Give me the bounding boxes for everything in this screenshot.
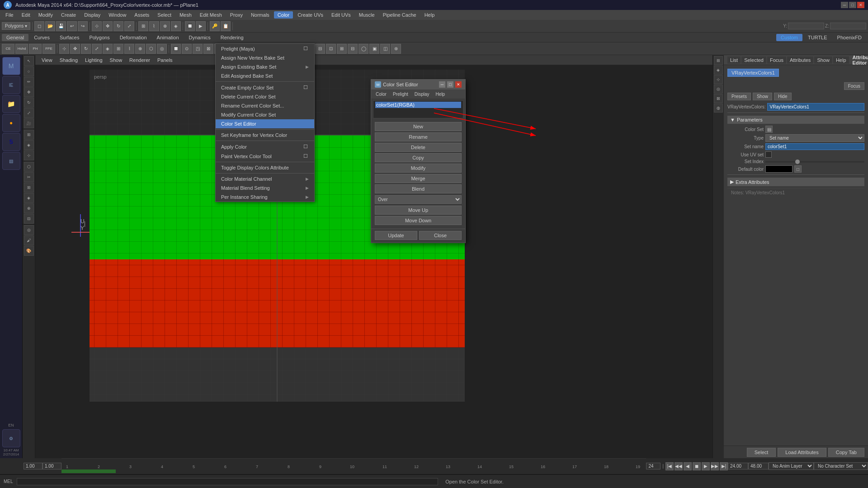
- cse-menu-prelight[interactable]: Prelight: [390, 91, 411, 97]
- vp-menu-view[interactable]: View: [39, 56, 55, 64]
- toolbar-btn-scale[interactable]: ⤢: [124, 21, 134, 31]
- toolbar-btn-rotate[interactable]: ↻: [113, 21, 123, 31]
- cm-color-set-editor[interactable]: Color Set Editor: [216, 119, 314, 128]
- timeline-end-field[interactable]: [646, 463, 660, 469]
- ae-presets-button[interactable]: Presets: [727, 93, 751, 100]
- toolbar2-btn-6[interactable]: ⊞: [113, 44, 123, 54]
- toolbar-btn-snap-grid[interactable]: ⊞: [138, 21, 148, 31]
- ae-defaultcolor-picker-btn[interactable]: □: [794, 165, 802, 173]
- tool-poly-extrude[interactable]: ⬡: [24, 162, 34, 172]
- play-next-frame-btn[interactable]: ▶▶: [711, 462, 719, 470]
- toolbar2-fpe[interactable]: FPE: [42, 44, 55, 54]
- ae-defaultcolor-swatch[interactable]: [765, 165, 793, 173]
- cm-material-blend[interactable]: Material Blend Setting ▶: [216, 183, 314, 192]
- tool-grid[interactable]: ⊞: [24, 130, 34, 140]
- ae-tab-focus[interactable]: Focus: [767, 56, 786, 64]
- cse-maximize-btn[interactable]: □: [447, 81, 453, 88]
- ae-focus-button[interactable]: Focus: [844, 82, 864, 90]
- cm-edit-assigned-bake[interactable]: Edit Assigned Bake Set: [216, 71, 314, 80]
- toolbar2-btn-7[interactable]: ⌇: [124, 44, 134, 54]
- toolbar2-btn-5[interactable]: ◈: [103, 44, 113, 54]
- ae-show-button[interactable]: Show: [753, 93, 772, 100]
- toolbar2-btn-26[interactable]: ⊞: [337, 44, 347, 54]
- copy-tab-button[interactable]: Copy Tab: [828, 448, 864, 457]
- cse-close-bottom-btn[interactable]: Close: [419, 231, 462, 240]
- stop-btn[interactable]: ◼: [693, 462, 701, 470]
- toolbar-btn-5[interactable]: ↪: [78, 21, 88, 31]
- cm-set-keyframe[interactable]: Set Keyframe for Vertex Color: [216, 131, 314, 140]
- toolbar-btn-transform[interactable]: ⊹: [92, 21, 102, 31]
- menu-assets[interactable]: Assets: [131, 11, 153, 19]
- toolbar2-btn-13[interactable]: ◳: [193, 44, 203, 54]
- ae-setname-input[interactable]: [765, 143, 864, 150]
- tool-bridge[interactable]: ⊟: [24, 214, 34, 224]
- maximize-button[interactable]: □: [849, 2, 856, 8]
- toolbar2-btn-30[interactable]: ◫: [380, 44, 390, 54]
- cse-merge-btn[interactable]: Merge: [375, 174, 462, 183]
- tool-snap[interactable]: ◈: [24, 140, 34, 150]
- cse-blend-btn[interactable]: Blend: [375, 184, 462, 193]
- cm-prelight[interactable]: Prelight (Maya) ☐: [216, 44, 314, 53]
- vp-icon-2[interactable]: ◈: [714, 66, 723, 75]
- skype-icon[interactable]: S: [2, 133, 20, 151]
- cm-assign-existing-bake[interactable]: Assign Existing Bake Set ▶: [216, 62, 314, 71]
- cse-close-btn[interactable]: ✕: [455, 81, 462, 88]
- menu-window[interactable]: Window: [105, 11, 130, 19]
- menu-edit-uvs[interactable]: Edit UVs: [328, 11, 354, 19]
- tool-poly-cut[interactable]: ✂: [24, 172, 34, 182]
- tool-insert-edge[interactable]: ⊞: [24, 183, 34, 192]
- module-tab-curves[interactable]: Curves: [29, 34, 54, 41]
- toolbar2-hshd[interactable]: Hshd: [15, 44, 28, 54]
- toolbar-btn-channel-box[interactable]: 📋: [221, 21, 231, 31]
- tool-paint[interactable]: ✏: [24, 77, 34, 87]
- tool-rotate[interactable]: ↻: [24, 98, 34, 108]
- toolbar2-btn-8[interactable]: ⊕: [135, 44, 145, 54]
- toolbar-btn-move[interactable]: ✥: [103, 21, 113, 31]
- toolbar2-btn-2[interactable]: ✥: [70, 44, 80, 54]
- toolbar2-btn-27[interactable]: ⊟: [348, 44, 358, 54]
- menu-normals[interactable]: Normals: [247, 11, 273, 19]
- polygons-dropdown[interactable]: Polygons ▾: [2, 22, 30, 30]
- module-tab-custom[interactable]: Custom: [776, 34, 802, 41]
- toolbar-btn-4[interactable]: ↩: [67, 21, 77, 31]
- toolbar2-ce[interactable]: CE: [2, 44, 14, 54]
- vp-menu-panels[interactable]: Panels: [155, 56, 175, 64]
- cse-menu-color[interactable]: Color: [373, 91, 389, 97]
- toolbar2-btn-14[interactable]: ⊠: [203, 44, 213, 54]
- toolbar-btn-render[interactable]: 🔲: [185, 21, 195, 31]
- toolbar2-btn-12[interactable]: ⊙: [182, 44, 192, 54]
- toolbar-btn-snap-point[interactable]: ⊕: [160, 21, 170, 31]
- mel-input[interactable]: [17, 478, 439, 485]
- ae-tab-attributes[interactable]: Attributes: [787, 56, 813, 64]
- toolbar-btn-2[interactable]: 📂: [45, 21, 55, 31]
- cm-assign-new-bake[interactable]: Assign New Vertex Bake Set: [216, 53, 314, 62]
- cse-move-down-btn[interactable]: Move Down: [375, 216, 462, 225]
- toolbar2-btn-3[interactable]: ↻: [81, 44, 91, 54]
- folder-icon[interactable]: 📁: [2, 95, 20, 113]
- ae-type-select[interactable]: Set name Set index: [765, 134, 864, 142]
- minimize-button[interactable]: ─: [841, 2, 848, 8]
- menu-help[interactable]: Help: [421, 11, 439, 19]
- close-button[interactable]: ✕: [857, 2, 864, 8]
- play-fwd-btn[interactable]: ▶: [702, 462, 710, 470]
- cm-modify-current[interactable]: Modify Current Color Set: [216, 110, 314, 119]
- cm-delete-current[interactable]: Delete Current Color Set: [216, 92, 314, 101]
- cse-minimize-btn[interactable]: ─: [439, 81, 445, 88]
- menu-color[interactable]: Color: [274, 11, 293, 19]
- tool-sculpt[interactable]: 🖌: [24, 235, 34, 245]
- ae-tab-show[interactable]: Show: [814, 56, 832, 64]
- tool-move[interactable]: ✥: [24, 87, 34, 97]
- chrome-icon[interactable]: ●: [2, 114, 20, 132]
- cse-update-btn[interactable]: Update: [375, 231, 417, 240]
- ae-tab-selected[interactable]: Selected: [741, 56, 766, 64]
- cm-apply-color[interactable]: Apply Color ☐: [216, 142, 314, 151]
- cm-paint-vertex[interactable]: Paint Vertex Color Tool ☐: [216, 151, 314, 161]
- tool-target-weld[interactable]: ⊕: [24, 203, 34, 213]
- toolbar2-ph[interactable]: PH: [29, 44, 42, 54]
- vp-menu-shading[interactable]: Shading: [57, 56, 80, 64]
- toolbar2-btn-28[interactable]: ◯: [359, 44, 368, 54]
- cse-list-item[interactable]: colorSet1(RGBA): [375, 102, 461, 108]
- menu-modify[interactable]: Modify: [35, 11, 57, 19]
- timeline-start-field[interactable]: [24, 463, 42, 469]
- tool-paint-attr[interactable]: 🎨: [24, 246, 34, 256]
